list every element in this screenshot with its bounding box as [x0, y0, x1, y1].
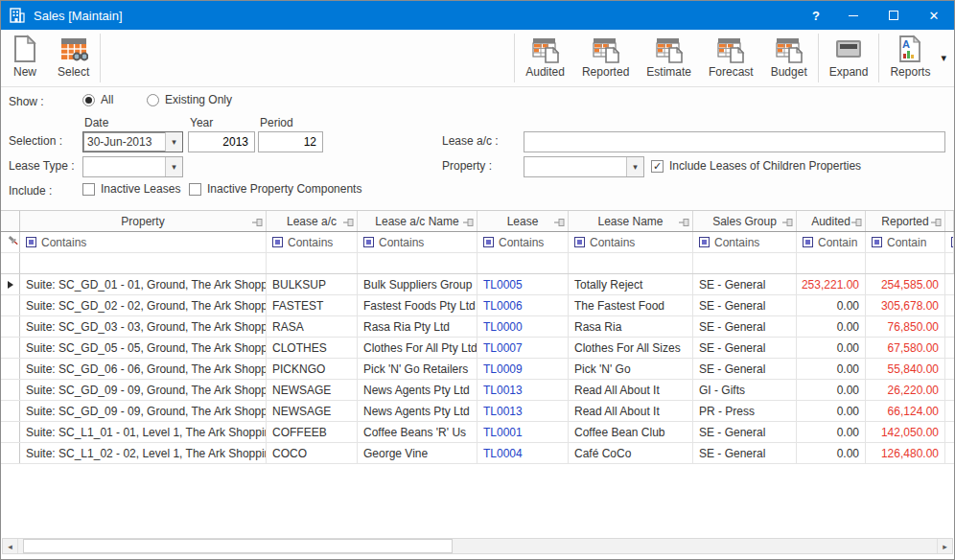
selection-date-combo[interactable]: 30-Jun-2013 ▾: [82, 131, 183, 152]
blank-cell[interactable]: [797, 253, 866, 273]
filter-condition-icon[interactable]: [483, 237, 494, 247]
inactive-property-components-checkbox[interactable]: Inactive Property Components: [189, 182, 361, 196]
period-field[interactable]: [258, 131, 323, 152]
cell-lease-ac-name[interactable]: Rasa Ria Pty Ltd: [358, 316, 478, 337]
new-button[interactable]: New: [1, 30, 49, 86]
cell-lease-link[interactable]: TL0006: [478, 295, 569, 315]
filter-cell-reported[interactable]: Contain: [866, 232, 945, 252]
cell-lease-link[interactable]: TL0001: [478, 422, 569, 442]
cell-lease-ac-name[interactable]: News Agents Pty Ltd: [358, 380, 478, 400]
filter-cell-lease-ac-name[interactable]: Contains: [358, 232, 478, 252]
cell-lease-link[interactable]: TL0004: [478, 443, 569, 463]
filter-condition-icon[interactable]: [872, 237, 882, 247]
cell-sales-group[interactable]: SE - General: [693, 359, 797, 379]
cell-reported[interactable]: 254,585.00: [866, 274, 945, 294]
horizontal-scrollbar[interactable]: ◂ ▸: [2, 538, 953, 554]
cell-audited[interactable]: 0.00: [797, 401, 866, 421]
chevron-down-icon[interactable]: ▾: [626, 157, 643, 176]
cell-sales-group[interactable]: SE - General: [693, 443, 797, 463]
show-existing-only-radio[interactable]: Existing Only: [147, 93, 232, 106]
cell-lease-link[interactable]: TL0013: [478, 401, 569, 421]
column-pin-icon[interactable]: [782, 217, 793, 230]
cell-audited[interactable]: 0.00: [797, 443, 866, 463]
filter-condition-icon[interactable]: [699, 237, 710, 247]
filter-condition-icon[interactable]: [272, 237, 283, 247]
column-header-lease[interactable]: Lease: [478, 211, 569, 231]
cell-lease-ac-name[interactable]: Pick 'N' Go Retailers: [358, 359, 478, 379]
blank-cell[interactable]: [866, 253, 945, 273]
minimize-button[interactable]: [833, 1, 873, 30]
cell-property[interactable]: Suite: SC_GD_05 - 05, Ground, The Ark Sh…: [20, 338, 267, 358]
table-row[interactable]: Suite: SC_L1_02 - 02, Level 1, The Ark S…: [1, 443, 954, 464]
cell-lease-ac[interactable]: CLOTHES: [267, 338, 358, 358]
chevron-down-icon[interactable]: ▾: [165, 157, 182, 176]
lease-type-combo[interactable]: ▾: [82, 156, 183, 177]
column-pin-icon[interactable]: [343, 217, 354, 230]
cell-sales-group[interactable]: SE - General: [693, 295, 797, 315]
cell-reported[interactable]: 126,480.00: [866, 443, 945, 463]
cell-lease-ac[interactable]: FASTEST: [267, 295, 358, 315]
cell-sales-group[interactable]: SE - General: [693, 274, 797, 294]
column-header-property[interactable]: Property: [20, 211, 267, 231]
blank-cell[interactable]: [693, 253, 797, 273]
filter-cell-partial[interactable]: [945, 232, 954, 252]
column-header-reported[interactable]: Reported: [866, 211, 945, 231]
cell-lease-link[interactable]: TL0000: [478, 316, 569, 337]
filter-condition-icon[interactable]: [803, 237, 813, 247]
column-pin-icon[interactable]: [554, 217, 565, 230]
filter-cell-property[interactable]: Contains: [20, 232, 267, 252]
toolbar-overflow-button[interactable]: ▾: [939, 30, 954, 86]
cell-lease-ac[interactable]: NEWSAGE: [267, 380, 358, 400]
red-pushpin-icon[interactable]: [7, 234, 20, 250]
cell-lease-name[interactable]: Rasa Ria: [569, 316, 693, 337]
column-pin-icon[interactable]: [252, 217, 263, 230]
column-header-sales-group[interactable]: Sales Group: [693, 211, 797, 231]
cell-lease-ac[interactable]: NEWSAGE: [267, 401, 358, 421]
column-pin-icon[interactable]: [931, 217, 942, 230]
cell-sales-group[interactable]: SE - General: [693, 316, 797, 337]
cell-lease-ac-name[interactable]: George Vine: [358, 443, 478, 463]
cell-reported[interactable]: 66,124.00: [866, 401, 945, 421]
cell-lease-ac[interactable]: RASA: [267, 316, 358, 337]
cell-sales-group[interactable]: SE - General: [693, 338, 797, 358]
cell-lease-name[interactable]: Read All About It: [569, 401, 693, 421]
cell-lease-ac-name[interactable]: Bulk Suppliers Group: [358, 274, 478, 294]
reported-button[interactable]: Reported: [573, 30, 638, 86]
cell-lease-ac[interactable]: COFFEEB: [267, 422, 358, 442]
cell-lease-ac-name[interactable]: Clothes For All Pty Ltd: [358, 338, 478, 358]
cell-reported[interactable]: 26,220.00: [866, 380, 945, 400]
cell-lease-link[interactable]: TL0009: [478, 359, 569, 379]
select-button[interactable]: Select: [49, 30, 98, 86]
cell-property[interactable]: Suite: SC_GD_06 - 06, Ground, The Ark Sh…: [20, 359, 267, 379]
cell-lease-ac-name[interactable]: Fastest Foods Pty Ltd: [358, 295, 478, 315]
cell-lease-name[interactable]: Clothes For All Sizes: [569, 338, 693, 358]
cell-reported[interactable]: 76,850.00: [866, 316, 945, 337]
filter-condition-icon[interactable]: [951, 237, 954, 247]
audited-button[interactable]: Audited: [517, 30, 573, 86]
cell-audited[interactable]: 253,221.00: [797, 274, 866, 294]
cell-property[interactable]: Suite: SC_GD_09 - 09, Ground, The Ark Sh…: [20, 401, 267, 421]
cell-audited[interactable]: 0.00: [797, 316, 866, 337]
year-field[interactable]: [188, 131, 255, 152]
filter-condition-icon[interactable]: [363, 237, 374, 247]
cell-property[interactable]: Suite: SC_GD_01 - 01, Ground, The Ark Sh…: [20, 274, 267, 294]
estimate-button[interactable]: Estimate: [638, 30, 700, 86]
cell-lease-ac-name[interactable]: News Agents Pty Ltd: [358, 401, 478, 421]
filter-cell-audited[interactable]: Contain: [797, 232, 866, 252]
blank-cell[interactable]: [20, 253, 267, 273]
cell-sales-group[interactable]: PR - Press: [693, 401, 797, 421]
table-row[interactable]: Suite: SC_GD_06 - 06, Ground, The Ark Sh…: [1, 359, 954, 380]
cell-property[interactable]: Suite: SC_GD_02 - 02, Ground, The Ark Sh…: [20, 295, 267, 315]
cell-audited[interactable]: 0.00: [797, 422, 866, 442]
help-button[interactable]: ?: [799, 1, 833, 30]
cell-lease-name[interactable]: Read All About It: [569, 380, 693, 400]
cell-property[interactable]: Suite: SC_L1_02 - 02, Level 1, The Ark S…: [20, 443, 267, 463]
cell-property[interactable]: Suite: SC_GD_09 - 09, Ground, The Ark Sh…: [20, 380, 267, 400]
cell-lease-link[interactable]: TL0005: [478, 274, 569, 294]
blank-cell[interactable]: [478, 253, 569, 273]
blank-cell[interactable]: [358, 253, 478, 273]
cell-lease-link[interactable]: TL0013: [478, 380, 569, 400]
cell-reported[interactable]: 67,580.00: [866, 338, 945, 358]
column-header-lease-ac[interactable]: Lease a/c: [267, 211, 358, 231]
filter-cell-lease[interactable]: Contains: [478, 232, 569, 252]
